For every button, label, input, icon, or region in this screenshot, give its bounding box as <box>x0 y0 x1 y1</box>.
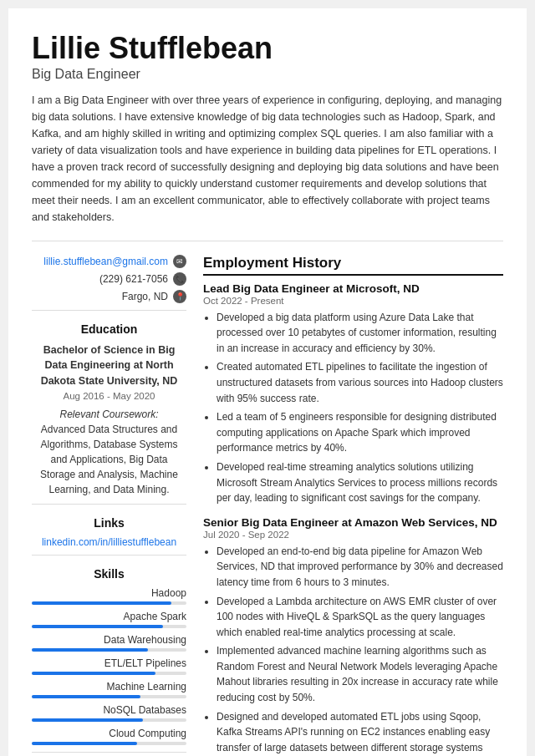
skill-bar-bg <box>32 648 186 652</box>
skill-item: Data Warehousing <box>32 634 186 652</box>
skill-item: Cloud Computing <box>32 728 186 745</box>
skill-bar-fill <box>32 625 163 628</box>
skill-item: Hadoop <box>32 587 186 605</box>
skill-bar-fill <box>32 742 137 745</box>
candidate-summary: I am a Big Data Engineer with over three… <box>32 92 503 226</box>
coursework-label: Relevant Coursework: <box>32 407 186 422</box>
skill-name: Apache Spark <box>124 611 186 622</box>
job-bullet: Developed an end-to-end big data pipelin… <box>217 544 503 591</box>
links-divider <box>32 555 186 556</box>
candidate-name: Lillie Stufflebean <box>32 32 503 65</box>
skill-name: Hadoop <box>151 587 186 599</box>
skill-bar-bg <box>32 695 186 698</box>
resume-container: Lillie Stufflebean Big Data Engineer I a… <box>8 8 527 756</box>
job-bullet: Created automated ETL pipelines to facil… <box>217 359 503 406</box>
job-item: Lead Big Data Engineer at Microsoft, ND … <box>203 282 503 506</box>
job-item: Senior Big Data Engineer at Amazon Web S… <box>203 516 503 756</box>
skill-bar-bg <box>32 718 186 722</box>
links-section-title: Links <box>32 516 186 530</box>
job-bullets-list: Developed a big data platform using Azur… <box>203 310 503 506</box>
skill-bar-fill <box>32 648 148 652</box>
job-bullet: Developed a big data platform using Azur… <box>217 310 503 357</box>
skills-list: Hadoop Apache Spark Data Warehousing ETL… <box>32 587 186 745</box>
email-link[interactable]: lillie.stufflebean@gmail.com <box>43 256 168 267</box>
job-bullet: Developed a Lambda architecture on AWS E… <box>217 594 503 641</box>
skill-item: Machine Learning <box>32 681 186 698</box>
contact-phone: (229) 621-7056 📞 <box>32 272 186 286</box>
skill-item: Apache Spark <box>32 611 186 628</box>
skill-item: ETL/ELT Pipelines <box>32 657 186 675</box>
skill-name: Data Warehousing <box>104 634 186 646</box>
location-text: Fargo, ND <box>122 291 168 302</box>
skill-item: NoSQL Databases <box>32 704 186 722</box>
skill-bar-fill <box>32 672 155 675</box>
skill-bar-fill <box>32 695 140 698</box>
job-dates: Oct 2022 - Present <box>203 296 503 306</box>
contact-email: lillie.stufflebean@gmail.com ✉ <box>32 255 186 268</box>
email-icon: ✉ <box>173 255 186 268</box>
coursework-text: Advanced Data Structures and Algorithms,… <box>32 422 186 497</box>
job-bullet: Designed and developed automated ETL job… <box>217 709 503 756</box>
skill-bar-bg <box>32 672 186 675</box>
skills-divider <box>32 752 186 753</box>
phone-icon: 📞 <box>173 272 186 286</box>
skill-bar-bg <box>32 601 186 605</box>
job-title: Senior Big Data Engineer at Amazon Web S… <box>203 516 503 529</box>
education-divider <box>32 504 186 505</box>
skill-bar-bg <box>32 625 186 628</box>
skill-bar-fill <box>32 601 171 605</box>
skill-name: Cloud Computing <box>109 728 186 739</box>
job-title: Lead Big Data Engineer at Microsoft, ND <box>203 282 503 295</box>
skill-name: ETL/ELT Pipelines <box>104 657 186 669</box>
job-bullet: Led a team of 5 engineers responsible fo… <box>217 409 503 456</box>
education-degree: Bachelor of Science in Big Data Engineer… <box>32 342 186 389</box>
body-layout: lillie.stufflebean@gmail.com ✉ (229) 621… <box>32 255 503 756</box>
education-dates: Aug 2016 - May 2020 <box>32 389 186 403</box>
jobs-list: Lead Big Data Engineer at Microsoft, ND … <box>203 282 503 756</box>
resume-header: Lillie Stufflebean Big Data Engineer I a… <box>32 32 503 226</box>
skill-bar-bg <box>32 742 186 745</box>
employment-section: Employment History Lead Big Data Enginee… <box>203 255 503 756</box>
skill-bar-fill <box>32 718 143 722</box>
right-column: Employment History Lead Big Data Enginee… <box>203 255 503 756</box>
location-icon: 📍 <box>173 290 186 303</box>
skill-name: NoSQL Databases <box>103 704 186 716</box>
skills-section-title: Skills <box>32 567 186 581</box>
links-block: linkedin.com/in/lilliestufflebean <box>32 536 186 548</box>
header-divider <box>32 241 503 241</box>
job-dates: Jul 2020 - Sep 2022 <box>203 530 503 540</box>
contact-location: Fargo, ND 📍 <box>32 290 186 303</box>
contact-divider <box>32 310 186 311</box>
job-bullet: Implemented advanced machine learning al… <box>217 643 503 705</box>
contact-section: lillie.stufflebean@gmail.com ✉ (229) 621… <box>32 255 186 303</box>
employment-section-title: Employment History <box>203 255 503 276</box>
education-section-title: Education <box>32 322 186 336</box>
phone-text: (229) 621-7056 <box>99 273 168 285</box>
job-bullet: Developed real-time streaming analytics … <box>217 459 503 506</box>
candidate-title: Big Data Engineer <box>32 67 503 82</box>
left-column: lillie.stufflebean@gmail.com ✉ (229) 621… <box>32 255 186 756</box>
skill-name: Machine Learning <box>107 681 186 693</box>
linkedin-link[interactable]: linkedin.com/in/lilliestufflebean <box>42 536 176 548</box>
education-block: Bachelor of Science in Big Data Engineer… <box>32 342 186 498</box>
job-bullets-list: Developed an end-to-end big data pipelin… <box>203 544 503 756</box>
